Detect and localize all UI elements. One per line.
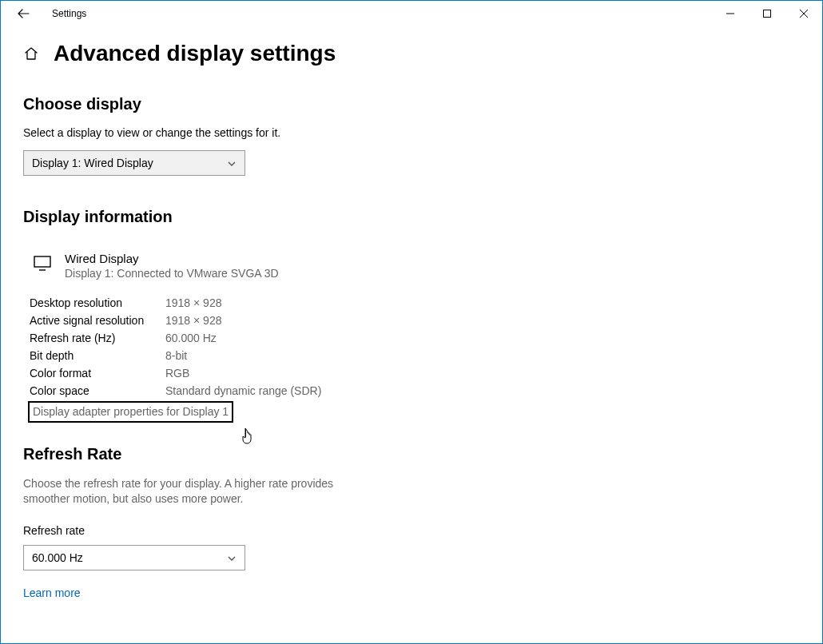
table-row: Color format RGB <box>30 364 321 382</box>
info-label: Desktop resolution <box>30 294 165 312</box>
refresh-rate-selector[interactable]: 60.000 Hz <box>23 545 245 570</box>
window-controls <box>712 1 822 26</box>
table-row: Color space Standard dynamic range (SDR) <box>30 382 321 400</box>
chevron-down-icon <box>227 158 237 168</box>
info-value: 1918 × 928 <box>165 294 321 312</box>
close-button[interactable] <box>785 1 822 26</box>
table-row: Bit depth 8-bit <box>30 347 321 364</box>
info-value: Standard dynamic range (SDR) <box>165 382 321 400</box>
arrow-left-icon <box>17 7 30 20</box>
info-value: 1918 × 928 <box>165 312 321 329</box>
monitor-icon <box>33 253 52 272</box>
choose-display-description: Select a display to view or change the s… <box>23 126 800 139</box>
info-label: Active signal resolution <box>30 312 165 329</box>
app-title: Settings <box>52 8 86 19</box>
home-icon[interactable] <box>23 46 39 62</box>
display-connection: Display 1: Connected to VMware SVGA 3D <box>65 267 279 280</box>
close-icon <box>800 10 808 18</box>
info-label: Bit depth <box>30 347 165 364</box>
display-identity: Wired Display Display 1: Connected to VM… <box>33 252 800 280</box>
minimize-icon <box>726 10 734 18</box>
info-value: 8-bit <box>165 347 321 364</box>
choose-display-heading: Choose display <box>23 95 800 113</box>
adapter-properties-link[interactable]: Display adapter properties for Display 1 <box>28 401 233 423</box>
info-label: Color format <box>30 364 165 382</box>
refresh-rate-heading: Refresh Rate <box>23 445 800 463</box>
table-row: Refresh rate (Hz) 60.000 Hz <box>30 329 321 347</box>
info-label: Color space <box>30 382 165 400</box>
display-selector[interactable]: Display 1: Wired Display <box>23 150 245 176</box>
refresh-rate-description: Choose the refresh rate for your display… <box>23 476 343 507</box>
display-name: Wired Display <box>65 252 279 265</box>
maximize-button[interactable] <box>749 1 785 26</box>
table-row: Desktop resolution 1918 × 928 <box>30 294 321 312</box>
page-header: Advanced display settings <box>23 41 800 66</box>
refresh-rate-field-label: Refresh rate <box>23 524 800 537</box>
chevron-down-icon <box>227 553 237 563</box>
titlebar: Settings <box>1 1 822 26</box>
content-area: Advanced display settings Choose display… <box>1 26 822 599</box>
info-value: RGB <box>165 364 321 382</box>
maximize-icon <box>763 10 771 18</box>
display-info-heading: Display information <box>23 208 800 226</box>
back-button[interactable] <box>15 6 31 22</box>
page-title: Advanced display settings <box>54 41 336 66</box>
display-selector-value: Display 1: Wired Display <box>32 157 153 169</box>
minimize-button[interactable] <box>712 1 749 26</box>
display-info-table: Desktop resolution 1918 × 928 Active sig… <box>30 294 321 400</box>
table-row: Active signal resolution 1918 × 928 <box>30 312 321 329</box>
info-value: 60.000 Hz <box>165 329 321 347</box>
refresh-rate-value: 60.000 Hz <box>32 551 83 564</box>
svg-rect-1 <box>34 256 50 267</box>
learn-more-link[interactable]: Learn more <box>23 586 81 599</box>
svg-rect-0 <box>764 10 771 18</box>
info-label: Refresh rate (Hz) <box>30 329 165 347</box>
